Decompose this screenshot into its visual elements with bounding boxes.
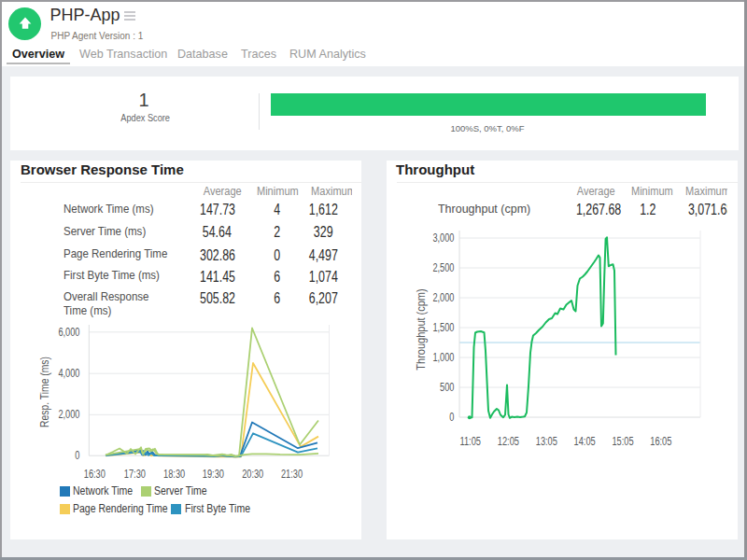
svg-text:20:30: 20:30	[242, 468, 263, 480]
svg-text:14:05: 14:05	[574, 435, 596, 447]
svg-text:0: 0	[449, 411, 454, 423]
svg-text:2,000: 2,000	[432, 291, 454, 303]
svg-text:11:05: 11:05	[460, 435, 481, 447]
svg-text:Resp. Time (ms): Resp. Time (ms)	[38, 357, 50, 427]
svg-text:19:30: 19:30	[203, 468, 224, 480]
svg-text:16:30: 16:30	[84, 468, 106, 480]
svg-text:2,000: 2,000	[58, 408, 79, 420]
svg-text:3,000: 3,000	[432, 231, 454, 244]
svg-text:1,500: 1,500	[432, 321, 454, 333]
svg-text:16:05: 16:05	[650, 435, 671, 447]
svg-text:2,500: 2,500	[432, 261, 454, 273]
svg-text:12:05: 12:05	[498, 435, 519, 447]
svg-text:18:30: 18:30	[163, 468, 185, 480]
svg-text:500: 500	[440, 381, 454, 393]
svg-text:6,000: 6,000	[58, 325, 79, 337]
svg-text:0: 0	[75, 449, 79, 461]
svg-text:15:05: 15:05	[612, 435, 633, 447]
svg-text:Throughput (cpm): Throughput (cpm)	[414, 288, 427, 370]
svg-text:21:30: 21:30	[281, 468, 303, 480]
svg-text:13:05: 13:05	[536, 435, 557, 447]
svg-text:17:30: 17:30	[124, 468, 146, 480]
svg-text:4,000: 4,000	[58, 367, 79, 379]
svg-text:1,000: 1,000	[432, 351, 454, 363]
